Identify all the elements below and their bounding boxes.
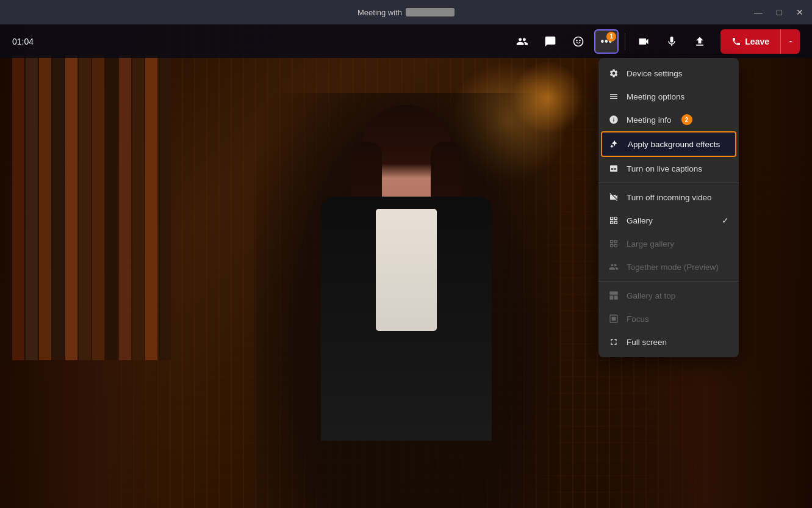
leave-chevron-button[interactable] xyxy=(780,29,800,54)
participant-name-blurred xyxy=(406,8,455,16)
meeting-title-text: Meeting with xyxy=(357,8,402,17)
svg-rect-1 xyxy=(609,296,613,300)
captions-svg-icon xyxy=(609,164,619,173)
more-badge: 1 xyxy=(606,32,616,42)
gallery-top-label: Gallery at top xyxy=(627,291,675,300)
gallery-top-icon xyxy=(608,290,619,301)
gear-svg-icon xyxy=(609,68,619,78)
background-effects-icon xyxy=(609,139,620,150)
title-bar-title: Meeting with xyxy=(357,8,455,17)
together-mode-icon xyxy=(608,261,619,272)
captions-icon xyxy=(608,163,619,174)
minimize-button[interactable]: — xyxy=(753,7,763,17)
large-gallery-label: Large gallery xyxy=(627,239,674,249)
apply-background-label: Apply background effects xyxy=(628,140,720,149)
device-settings-label: Device settings xyxy=(627,69,683,78)
menu-item-gallery-top: Gallery at top xyxy=(598,284,739,307)
menu-item-live-captions[interactable]: Turn on live captions xyxy=(598,157,739,180)
live-captions-label: Turn on live captions xyxy=(627,164,702,173)
menu-item-apply-background[interactable]: Apply background effects xyxy=(601,131,736,157)
together-svg-icon xyxy=(609,262,619,272)
sparkle-svg-icon xyxy=(610,139,620,149)
reactions-button[interactable] xyxy=(566,29,591,54)
mic-icon xyxy=(666,35,678,48)
share-icon xyxy=(694,35,706,48)
toolbar: 01:04 ••• 1 xyxy=(0,24,812,58)
gallery-svg-icon xyxy=(609,216,619,225)
people-button[interactable] xyxy=(510,29,534,54)
menu-divider-2 xyxy=(598,281,739,281)
call-timer: 01:04 xyxy=(12,37,34,46)
more-button[interactable]: ••• 1 xyxy=(594,29,619,54)
gallery-icon xyxy=(608,215,619,226)
fullscreen-svg-icon xyxy=(609,337,619,347)
info-svg-icon xyxy=(609,115,619,125)
focus-label: Focus xyxy=(627,314,649,324)
svg-rect-2 xyxy=(614,296,618,300)
gallery-checkmark: ✓ xyxy=(722,216,729,225)
books-left xyxy=(12,55,171,360)
gallery-top-svg-icon xyxy=(609,291,619,300)
maximize-button[interactable]: □ xyxy=(774,7,784,17)
meeting-options-icon xyxy=(608,91,619,102)
title-bar: Meeting with — □ ✕ xyxy=(0,0,812,24)
meeting-info-icon xyxy=(608,114,619,125)
lamp-light xyxy=(511,61,584,134)
meeting-info-label: Meeting info xyxy=(627,115,672,125)
person-silhouette xyxy=(254,93,559,508)
device-settings-icon xyxy=(608,68,619,79)
options-svg-icon xyxy=(609,92,619,101)
camera-icon xyxy=(638,35,650,48)
context-menu: Device settings Meeting options Meeting … xyxy=(598,58,739,357)
menu-item-device-settings[interactable]: Device settings xyxy=(598,62,739,85)
chat-button[interactable] xyxy=(538,29,562,54)
together-mode-label: Together mode (Preview) xyxy=(627,263,719,272)
menu-divider-1 xyxy=(598,183,739,183)
focus-svg-icon xyxy=(609,314,619,324)
full-screen-icon xyxy=(608,336,619,347)
phone-icon xyxy=(731,37,741,46)
leave-label: Leave xyxy=(745,37,769,46)
toolbar-buttons: ••• 1 xyxy=(510,29,800,54)
menu-item-gallery[interactable]: Gallery ✓ xyxy=(598,209,739,232)
meeting-options-label: Meeting options xyxy=(627,92,684,101)
large-gallery-icon xyxy=(608,238,619,249)
leave-button-group: Leave xyxy=(720,29,800,54)
chevron-down-icon xyxy=(787,38,794,45)
focus-icon xyxy=(608,313,619,324)
svg-rect-0 xyxy=(609,291,617,294)
window-controls: — □ ✕ xyxy=(753,0,805,24)
turn-off-video-icon xyxy=(608,192,619,203)
menu-item-large-gallery: Large gallery xyxy=(598,232,739,255)
large-gallery-svg-icon xyxy=(609,239,619,249)
close-button[interactable]: ✕ xyxy=(795,7,805,17)
camera-button[interactable] xyxy=(631,29,656,54)
menu-item-full-screen[interactable]: Full screen xyxy=(598,330,739,354)
people-icon xyxy=(516,35,528,48)
leave-button[interactable]: Leave xyxy=(720,29,780,54)
turn-off-video-label: Turn off incoming video xyxy=(627,193,712,202)
video-off-svg-icon xyxy=(609,192,619,202)
menu-item-focus: Focus xyxy=(598,307,739,330)
menu-item-turn-off-video[interactable]: Turn off incoming video xyxy=(598,186,739,209)
mic-button[interactable] xyxy=(659,29,684,54)
svg-rect-4 xyxy=(612,317,616,321)
chat-icon xyxy=(544,35,556,48)
toolbar-divider xyxy=(625,33,625,50)
full-screen-label: Full screen xyxy=(627,338,667,347)
menu-item-meeting-info[interactable]: Meeting info 2 xyxy=(598,108,739,131)
meeting-info-badge: 2 xyxy=(681,114,692,125)
gallery-label: Gallery xyxy=(627,216,653,225)
share-button[interactable] xyxy=(688,29,712,54)
menu-item-together-mode: Together mode (Preview) xyxy=(598,255,739,278)
reactions-icon xyxy=(572,35,584,48)
menu-item-meeting-options[interactable]: Meeting options xyxy=(598,85,739,108)
